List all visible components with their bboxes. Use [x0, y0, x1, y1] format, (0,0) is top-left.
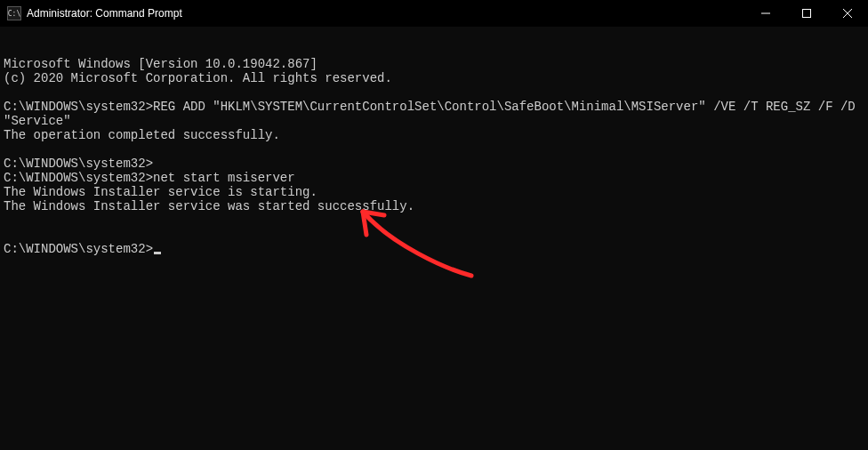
- maximize-button[interactable]: [786, 0, 827, 27]
- titlebar[interactable]: C:\ Administrator: Command Prompt: [0, 0, 868, 27]
- window-controls: [745, 0, 868, 27]
- terminal-line: The Windows Installer service was starte…: [4, 199, 864, 213]
- close-button[interactable]: [827, 0, 868, 27]
- svg-rect-1: [803, 10, 811, 18]
- cmd-icon: C:\: [7, 6, 21, 20]
- terminal-line: C:\WINDOWS\system32>net start msiserver: [4, 171, 864, 185]
- terminal-line: [4, 142, 864, 157]
- terminal-line: The Windows Installer service is startin…: [4, 185, 864, 199]
- titlebar-left: C:\ Administrator: Command Prompt: [0, 6, 745, 20]
- terminal-line: [4, 85, 864, 100]
- command-prompt-window: C:\ Administrator: Command Prompt Micros…: [0, 0, 868, 450]
- terminal-line: C:\WINDOWS\system32>: [4, 157, 864, 171]
- terminal-line: Microsoft Windows [Version 10.0.19042.86…: [4, 57, 864, 71]
- terminal-output[interactable]: Microsoft Windows [Version 10.0.19042.86…: [0, 27, 868, 450]
- terminal-line: (c) 2020 Microsoft Corporation. All righ…: [4, 71, 864, 85]
- minimize-button[interactable]: [745, 0, 786, 27]
- text-cursor: [154, 252, 161, 254]
- terminal-line: The operation completed successfully.: [4, 128, 864, 142]
- terminal-line: [4, 228, 864, 242]
- terminal-line: [4, 213, 864, 228]
- window-title: Administrator: Command Prompt: [27, 7, 182, 20]
- terminal-line: C:\WINDOWS\system32>: [4, 242, 864, 256]
- terminal-line: C:\WINDOWS\system32>REG ADD "HKLM\SYSTEM…: [4, 100, 864, 128]
